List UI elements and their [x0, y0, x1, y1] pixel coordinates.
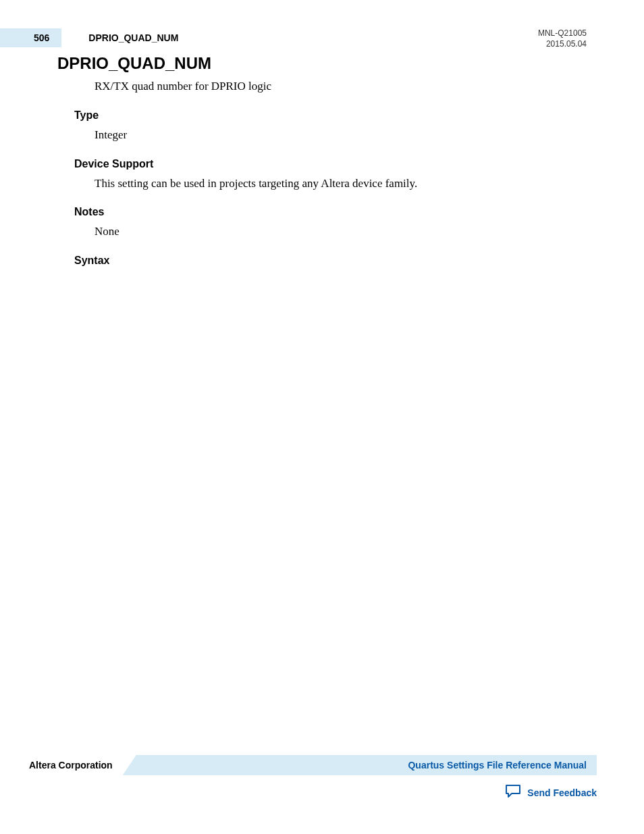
section-heading-notes: Notes — [74, 206, 587, 218]
speech-bubble-icon — [504, 783, 522, 802]
main-content: DPRIO_QUAD_NUM RX/TX quad number for DPR… — [57, 54, 587, 282]
manual-link[interactable]: Quartus Settings File Reference Manual — [408, 760, 587, 771]
section-heading-device-support: Device Support — [74, 158, 587, 170]
feedback-row: Send Feedback — [29, 783, 597, 802]
footer-company: Altera Corporation — [29, 755, 123, 775]
header-left: 506 DPRIO_QUAD_NUM — [0, 28, 587, 47]
page-title: DPRIO_QUAD_NUM — [57, 54, 587, 73]
page-footer: Altera Corporation Quartus Settings File… — [29, 755, 597, 802]
section-body-notes: None — [95, 224, 587, 240]
section-body-type: Integer — [95, 127, 587, 143]
topic-description: RX/TX quad number for DPRIO logic — [95, 78, 587, 95]
header-topic-label: DPRIO_QUAD_NUM — [88, 32, 178, 43]
doc-date: 2015.05.04 — [538, 39, 587, 50]
page-header: 506 DPRIO_QUAD_NUM MNL-Q21005 2015.05.04 — [0, 28, 644, 47]
header-meta: MNL-Q21005 2015.05.04 — [538, 28, 587, 49]
section-heading-syntax: Syntax — [74, 255, 587, 267]
section-body-device-support: This setting can be used in projects tar… — [95, 176, 587, 192]
send-feedback-link[interactable]: Send Feedback — [527, 787, 597, 798]
page-number: 506 — [0, 28, 61, 47]
footer-bar: Altera Corporation Quartus Settings File… — [29, 755, 597, 775]
footer-banner: Quartus Settings File Reference Manual — [123, 755, 597, 775]
section-heading-type: Type — [74, 109, 587, 122]
doc-id: MNL-Q21005 — [538, 28, 587, 39]
